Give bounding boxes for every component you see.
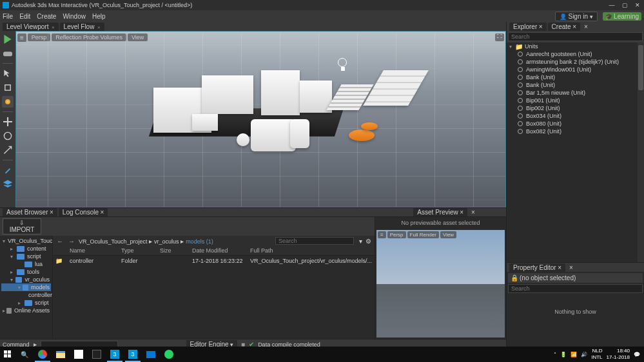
tree-online-assets[interactable]: Online Assets: [14, 307, 50, 314]
select-tool[interactable]: [2, 68, 14, 79]
breadcrumb-segment[interactable]: vr_oculus: [154, 238, 179, 245]
close-icon[interactable]: ×: [471, 209, 475, 216]
forward-button[interactable]: →: [67, 238, 76, 245]
menu-help[interactable]: Help: [92, 13, 106, 20]
rotate-tool[interactable]: [2, 130, 14, 142]
unit-item[interactable]: Aanrecht gootsteen (Unit): [507, 50, 638, 58]
signin-button[interactable]: 👤 Sign in ▾: [555, 12, 598, 21]
task-app2[interactable]: [88, 347, 106, 362]
tab-asset-browser[interactable]: Asset Browser ×: [3, 208, 57, 216]
task-chrome[interactable]: [34, 347, 52, 362]
preview-render[interactable]: Full Render: [407, 231, 439, 238]
back-button[interactable]: ←: [55, 238, 64, 245]
search-icon[interactable]: 🔍: [15, 347, 34, 362]
volume-icon[interactable]: 🔊: [581, 352, 587, 357]
column-type[interactable]: Type: [121, 247, 160, 254]
asset-search-input[interactable]: [275, 237, 354, 245]
3d-viewport[interactable]: ≡ Persp Reflection Probe Volumes View ⛶: [15, 31, 506, 207]
placement-tool[interactable]: [2, 82, 14, 93]
preview-menu-icon[interactable]: ≡: [378, 231, 386, 238]
unit-item[interactable]: armsteuning bank 2 (tijdelijk?) (Unit): [507, 58, 638, 66]
column-date[interactable]: Date Modified: [192, 247, 250, 254]
close-icon[interactable]: ×: [539, 23, 543, 30]
property-search-input[interactable]: [508, 284, 643, 293]
tree-item[interactable]: vr_oculus: [24, 276, 50, 283]
light-tool[interactable]: [2, 96, 14, 108]
close-icon[interactable]: ×: [97, 24, 101, 30]
unit-item[interactable]: Bip001 (Unit): [507, 97, 638, 104]
move-tool[interactable]: [2, 116, 14, 128]
unit-item[interactable]: Box080 (Unit): [507, 120, 638, 128]
tab-level-viewport[interactable]: Level Viewport ×: [3, 23, 59, 31]
preview-viewport[interactable]: ≡ Persp Full Render View: [376, 230, 505, 338]
preview-persp[interactable]: Persp: [387, 231, 406, 238]
menu-create[interactable]: Create: [37, 13, 56, 20]
settings-icon[interactable]: ⚙: [364, 238, 372, 245]
tree-item-selected[interactable]: models: [31, 284, 50, 291]
tree-item[interactable]: tools: [27, 269, 39, 275]
unit-item[interactable]: Box082 (Unit): [507, 128, 638, 135]
light-gizmo[interactable]: [338, 58, 348, 72]
unit-item[interactable]: Bank (Unit): [507, 81, 638, 89]
wifi-icon[interactable]: 📶: [571, 352, 577, 357]
close-icon[interactable]: ×: [52, 24, 55, 30]
tree-item[interactable]: lua: [35, 261, 43, 267]
start-button[interactable]: [0, 347, 15, 362]
gamepad-icon[interactable]: [2, 48, 14, 59]
asset-list[interactable]: 📁 controller Folder 17-1-2018 16:23:22 V…: [53, 256, 375, 339]
unit-item[interactable]: Bip002 (Unit): [507, 104, 638, 112]
notifications-icon[interactable]: 💬: [634, 352, 640, 357]
maximize-button[interactable]: ▢: [621, 2, 629, 8]
tree-item[interactable]: content: [27, 245, 46, 252]
breadcrumb-current[interactable]: models (1): [186, 238, 213, 245]
tree-item[interactable]: controller: [28, 292, 52, 298]
explorer-tree[interactable]: ▾📁Units Aanrecht gootsteen (Unit) armste…: [507, 43, 638, 262]
filter-icon[interactable]: ▾: [356, 238, 364, 245]
tab-asset-preview[interactable]: Asset Preview ×: [413, 208, 467, 216]
unit-item[interactable]: Bar 1,5m nieuwe (Unit): [507, 89, 638, 97]
system-tray[interactable]: ˄ 🔋 📶 🔊 NLDINTL 18:4017-1-2018 💬: [554, 348, 644, 361]
tab-log-console[interactable]: Log Console ×: [59, 208, 108, 216]
explorer-search-input[interactable]: [508, 32, 643, 41]
task-3dsmax[interactable]: 3: [106, 347, 124, 362]
column-path[interactable]: Full Path: [250, 247, 372, 254]
task-explorer[interactable]: [52, 347, 70, 362]
windows-taskbar[interactable]: 🔍 3 3 ˄ 🔋 📶 🔊 NLDINTL 18:4017-1-2018 💬: [0, 347, 644, 362]
unit-item[interactable]: Bank (Unit): [507, 73, 638, 81]
battery-icon[interactable]: 🔋: [560, 352, 567, 357]
column-size[interactable]: Size: [160, 247, 192, 254]
learning-button[interactable]: 🎓 Learning: [603, 12, 641, 21]
breadcrumb-segment[interactable]: VR_Oculus_Touch_project: [79, 238, 148, 245]
scrollbar[interactable]: [638, 43, 644, 262]
task-app1[interactable]: [70, 347, 88, 362]
menu-edit[interactable]: Edit: [19, 13, 30, 20]
units-folder[interactable]: Units: [525, 43, 538, 50]
task-mail[interactable]: [142, 347, 160, 362]
brush-tool[interactable]: [2, 164, 14, 176]
menu-window[interactable]: Window: [63, 13, 86, 20]
close-icon[interactable]: ×: [101, 209, 104, 216]
tab-explorer[interactable]: Explorer ×: [509, 23, 547, 31]
tree-item[interactable]: script: [27, 253, 41, 260]
import-button[interactable]: ⇩ IMPORT: [3, 218, 41, 234]
close-icon[interactable]: ×: [50, 209, 54, 216]
column-name[interactable]: Name: [70, 247, 121, 254]
asset-tree[interactable]: ▾VR_Oculus_Touch_project ▸content ▾scrip…: [0, 236, 53, 339]
close-icon[interactable]: ×: [558, 264, 561, 271]
preview-view[interactable]: View: [440, 231, 456, 238]
unit-item[interactable]: Box034 (Unit): [507, 112, 638, 120]
tray-chevron-icon[interactable]: ˄: [554, 352, 556, 357]
tab-property-editor[interactable]: Property Editor ×: [509, 263, 565, 272]
close-icon[interactable]: ×: [569, 264, 573, 271]
close-icon[interactable]: ×: [584, 23, 588, 30]
scale-tool[interactable]: [2, 144, 14, 156]
task-whatsapp[interactable]: [160, 347, 178, 362]
tab-create[interactable]: Create ×: [548, 23, 580, 31]
tree-item[interactable]: script: [35, 300, 49, 306]
taskbar-clock[interactable]: 18:4017-1-2018: [607, 348, 630, 361]
tab-level-flow[interactable]: Level Flow ×: [60, 23, 104, 31]
unit-item[interactable]: AwningWindow001 (Unit): [507, 66, 638, 73]
taskbar-lang[interactable]: NLDINTL: [591, 348, 602, 361]
tree-root[interactable]: VR_Oculus_Touch_project: [8, 238, 53, 244]
task-3dsmax-2[interactable]: 3: [124, 347, 142, 362]
